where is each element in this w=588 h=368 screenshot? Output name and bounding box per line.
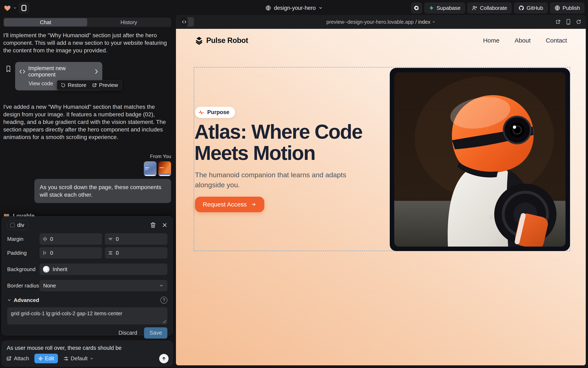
margin-label: Margin — [7, 236, 39, 242]
nav-contact[interactable]: Contact — [546, 37, 567, 44]
target-icon — [38, 356, 43, 361]
project-switcher[interactable]: design-your-hero — [265, 5, 323, 11]
chevron-down-icon — [159, 283, 164, 288]
save-button[interactable]: Save — [144, 327, 167, 339]
sliders-icon — [63, 356, 68, 361]
lovable-logo-icon[interactable] — [4, 4, 11, 12]
restore-icon — [61, 83, 66, 88]
tab-history[interactable]: History — [87, 18, 171, 26]
app-root: design-your-hero Supabase Co — [0, 0, 588, 368]
person-plus-icon — [472, 5, 477, 11]
color-swatch-icon — [43, 266, 50, 273]
padding-y-input[interactable]: 0 — [105, 247, 167, 259]
preview-button[interactable]: Preview — [92, 82, 118, 88]
tailwind-classes-value: grid grid-cols-1 lg:grid-cols-2 gap-12 i… — [11, 311, 122, 316]
selected-element-chip[interactable]: div — [7, 221, 29, 230]
margin-x-icon — [43, 237, 47, 241]
send-button[interactable] — [159, 354, 169, 363]
margin-y-value: 0 — [116, 236, 119, 242]
chevron-down-icon[interactable] — [13, 6, 17, 10]
margin-y-input[interactable]: 0 — [105, 233, 167, 245]
padding-x-input[interactable]: 0 — [39, 247, 102, 259]
background-input[interactable]: Inherit — [39, 264, 167, 275]
padding-label: Padding — [7, 250, 39, 256]
sidebar-toggle-button[interactable] — [19, 3, 29, 13]
site-nav: Home About Contact — [483, 37, 567, 44]
tab-chat[interactable]: Chat — [4, 18, 87, 26]
margin-x-input[interactable]: 0 — [39, 233, 102, 245]
github-button[interactable]: GitHub — [514, 3, 548, 13]
supabase-icon — [429, 5, 434, 11]
settings-button[interactable] — [411, 3, 422, 13]
user-message-bubble: As you scroll down the page, these compo… — [34, 179, 171, 203]
resize-handle[interactable] — [163, 320, 166, 323]
collaborate-label: Collaborate — [480, 5, 507, 11]
chevron-down-icon — [90, 357, 94, 360]
tailwind-classes-textarea[interactable]: grid grid-cols-1 lg:grid-cols-2 gap-12 i… — [7, 307, 167, 324]
supabase-button[interactable]: Supabase — [425, 3, 465, 13]
arrow-up-icon — [162, 356, 166, 361]
attach-button[interactable]: Attach — [6, 355, 29, 362]
composer-input[interactable]: As user mouse roll over, these cards sho… — [7, 345, 168, 351]
arrow-right-icon — [251, 202, 256, 207]
external-link-icon — [92, 83, 97, 88]
publish-globe-icon — [554, 5, 560, 11]
layers-icon — [195, 36, 203, 45]
border-radius-select[interactable]: None — [39, 280, 167, 291]
github-label: GitHub — [527, 5, 543, 11]
nav-about[interactable]: About — [514, 37, 531, 44]
hero-subheading: The humanoid companion that learns and a… — [195, 170, 357, 190]
restore-button[interactable]: Restore — [61, 82, 86, 88]
publish-button[interactable]: Publish — [550, 3, 584, 13]
margin-y-icon — [108, 237, 113, 241]
style-inspector-panel: div Margin — [2, 216, 173, 335]
close-icon[interactable] — [162, 222, 167, 228]
hero-heading: Atlas: Where Code Meets Motion — [194, 121, 389, 164]
gear-icon — [414, 5, 420, 11]
component-card-row: Implement new component View code Restor… — [3, 62, 171, 90]
attachment-thumbnail[interactable] — [144, 161, 157, 176]
selected-element-tag: div — [17, 222, 24, 228]
topbar: design-your-hero Supabase Co — [0, 0, 588, 16]
hero-robot-image — [390, 68, 570, 251]
preview-host: preview--design-your-hero.lovable.app — [326, 19, 414, 25]
chevron-down-icon — [319, 6, 323, 10]
mobile-view-icon[interactable] — [566, 19, 571, 25]
padding-x-icon — [43, 250, 47, 255]
nav-home[interactable]: Home — [483, 37, 499, 44]
chevron-right-icon — [95, 69, 98, 74]
preview-url[interactable]: preview--design-your-hero.lovable.app / … — [326, 19, 435, 25]
hero-badge: Purpose — [195, 107, 235, 118]
code-view-toggle[interactable] — [180, 17, 194, 27]
site-brand[interactable]: Pulse Robot — [195, 36, 248, 45]
open-in-new-tab-icon[interactable] — [555, 19, 561, 25]
edit-mode-button[interactable]: Edit — [34, 354, 58, 363]
preview-pane: preview--design-your-hero.lovable.app / … — [176, 15, 586, 365]
code-icon — [182, 20, 186, 24]
model-select[interactable]: Default — [63, 355, 94, 362]
background-label: Background — [7, 266, 39, 273]
attach-label: Attach — [14, 355, 29, 362]
supabase-label: Supabase — [436, 5, 461, 11]
site-canvas: Pulse Robot Home About Contact Purpose A… — [176, 29, 586, 365]
github-icon — [518, 5, 524, 11]
refresh-icon[interactable] — [576, 19, 581, 25]
component-card-title: Implement new component — [28, 65, 92, 78]
advanced-section-toggle[interactable]: Advanced — [14, 297, 39, 304]
request-access-button[interactable]: Request Access — [195, 197, 264, 212]
attachment-thumbnail[interactable] — [158, 161, 171, 176]
trash-icon[interactable] — [150, 222, 156, 228]
attach-image-icon — [6, 356, 12, 361]
assistant-message: I've added a new "Why Humanoid" section … — [3, 103, 171, 141]
chevron-down-icon — [432, 20, 435, 24]
bookmark-icon[interactable] — [6, 66, 11, 72]
from-you-label: From You — [3, 154, 171, 159]
discard-button[interactable]: Discard — [118, 330, 137, 336]
chat-composer[interactable]: As user mouse roll over, these cards sho… — [2, 340, 173, 366]
help-icon[interactable]: ? — [161, 297, 167, 304]
robot-illustration — [394, 72, 566, 247]
globe-icon — [265, 5, 271, 11]
collaborate-button[interactable]: Collaborate — [467, 3, 512, 13]
hero-badge-label: Purpose — [207, 109, 229, 116]
site-brand-name: Pulse Robot — [206, 36, 248, 45]
